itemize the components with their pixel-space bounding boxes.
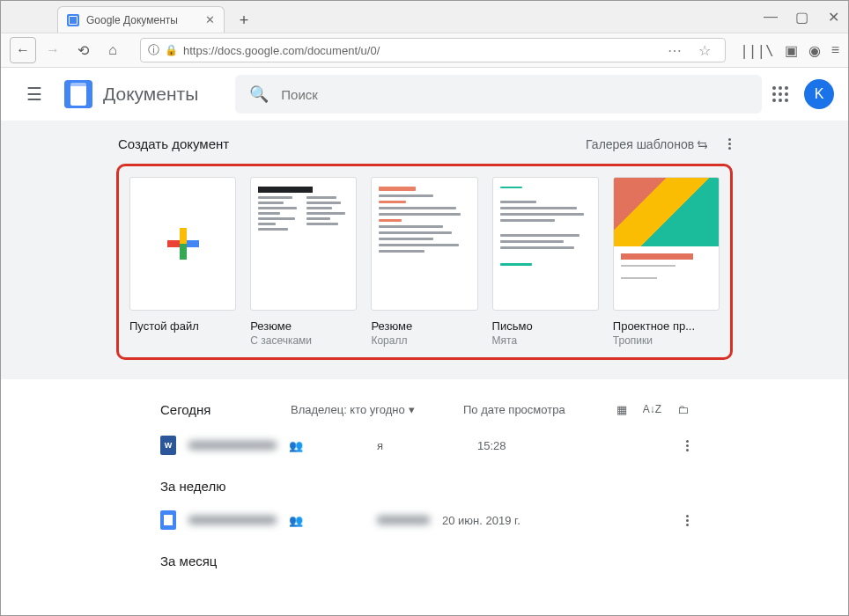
search-box[interactable]: 🔍: [235, 75, 762, 114]
sort-column[interactable]: По дате просмотра: [463, 403, 565, 416]
window-minimize-icon[interactable]: —: [764, 9, 776, 25]
template-blank[interactable]: Пустой файл: [129, 177, 236, 347]
home-button[interactable]: ⌂: [100, 37, 126, 63]
shared-icon: 👥: [289, 514, 303, 527]
docs-logo-icon[interactable]: [64, 80, 92, 108]
apps-grid-icon[interactable]: [772, 86, 788, 102]
folder-icon[interactable]: 🗀: [677, 403, 689, 416]
grid-view-icon[interactable]: ▦: [616, 403, 627, 416]
avatar[interactable]: K: [804, 79, 834, 109]
templates-row: Пустой файл Резюме С засечками Резюме Ко…: [116, 164, 733, 360]
lock-icon: 🔒: [165, 44, 178, 56]
row-more-icon[interactable]: [686, 440, 689, 451]
tab-favicon-icon: [67, 14, 79, 26]
section-month: За месяц: [160, 554, 689, 568]
document-list: Сегодня Владелец: кто угодно ▾ По дате п…: [160, 395, 689, 568]
browser-toolbar: ← → ⟲ ⌂ ⓘ 🔒 https://docs.google.com/docu…: [1, 33, 848, 68]
template-name: Проектное пр...: [613, 319, 720, 333]
dots-icon[interactable]: ⋯: [661, 37, 688, 63]
sort-az-icon[interactable]: A↓Z: [643, 403, 661, 416]
blank-thumb: [129, 177, 236, 311]
sidebar-icon[interactable]: ▣: [785, 42, 798, 59]
template-section: Создать документ Галерея шаблонов ⇵ Пуст…: [1, 121, 848, 379]
browser-titlebar: Google Документы ✕ + — ▢ ✕: [1, 1, 848, 33]
library-icon[interactable]: |||\: [740, 42, 774, 59]
window-close-icon[interactable]: ✕: [827, 9, 839, 26]
template-name: Пустой файл: [129, 319, 236, 333]
url-text: https://docs.google.com/document/u/0/: [183, 44, 380, 57]
owner-filter[interactable]: Владелец: кто угодно ▾: [291, 403, 415, 416]
template-name: Письмо: [492, 319, 599, 333]
tab-close-icon[interactable]: ✕: [205, 13, 215, 26]
gdoc-file-icon: [160, 510, 176, 530]
template-sub: С засечками: [250, 334, 357, 347]
browser-menu-icon[interactable]: ≡: [831, 42, 839, 59]
template-sub: Тропики: [613, 334, 720, 347]
reload-button[interactable]: ⟲: [70, 37, 96, 63]
row-more-icon[interactable]: [686, 515, 689, 526]
document-name: [188, 441, 277, 450]
page-content: ☰ Документы 🔍 K Создать документ Галерея…: [1, 68, 848, 616]
template-name: Резюме: [371, 319, 477, 333]
address-bar[interactable]: ⓘ 🔒 https://docs.google.com/document/u/0…: [140, 38, 726, 62]
document-row[interactable]: 👥 20 июн. 2019 г.: [160, 499, 689, 541]
search-input[interactable]: [281, 87, 748, 102]
browser-tab[interactable]: Google Документы ✕: [57, 6, 225, 33]
document-date: 15:28: [477, 439, 583, 452]
back-button[interactable]: ←: [10, 37, 36, 63]
window-maximize-icon[interactable]: ▢: [795, 9, 808, 26]
list-header: Сегодня Владелец: кто угодно ▾ По дате п…: [160, 395, 689, 424]
tab-title: Google Документы: [86, 14, 178, 26]
section-week: За неделю: [160, 479, 689, 494]
extension-icon[interactable]: ◉: [808, 42, 821, 59]
create-document-label: Создать документ: [118, 136, 229, 151]
template-sub: Мята: [492, 334, 599, 347]
word-file-icon: W: [160, 436, 176, 455]
document-owner: я: [377, 439, 465, 452]
unfold-icon: ⇵: [696, 140, 709, 150]
template-resume-coral[interactable]: Резюме Коралл: [371, 177, 477, 347]
template-gallery-button[interactable]: Галерея шаблонов ⇵: [586, 137, 707, 151]
dropdown-icon: ▾: [409, 403, 415, 416]
document-owner: [377, 516, 430, 524]
template-sub: Коралл: [371, 334, 477, 347]
template-resume-serif[interactable]: Резюме С засечками: [250, 177, 357, 347]
info-icon[interactable]: ⓘ: [148, 42, 159, 58]
document-row[interactable]: W 👥 я 15:28: [160, 424, 689, 466]
shared-icon: 👥: [289, 439, 303, 452]
template-letter-mint[interactable]: Письмо Мята: [492, 177, 599, 347]
section-today: Сегодня: [160, 402, 275, 417]
forward-button[interactable]: →: [40, 37, 66, 63]
window-controls: — ▢ ✕: [764, 1, 839, 33]
app-header: ☰ Документы 🔍 K: [1, 68, 848, 121]
template-name: Резюме: [250, 319, 357, 333]
app-title: Документы: [103, 84, 198, 105]
document-date: 20 июн. 2019 г.: [442, 514, 548, 527]
hamburger-menu-icon[interactable]: ☰: [15, 84, 54, 105]
bookmark-icon[interactable]: ☆: [691, 37, 718, 63]
new-tab-button[interactable]: +: [232, 8, 256, 33]
template-more-icon[interactable]: [728, 138, 731, 150]
search-icon: 🔍: [249, 84, 269, 104]
document-name: [188, 516, 277, 524]
template-project-tropic[interactable]: Проектное пр... Тропики: [613, 177, 720, 347]
